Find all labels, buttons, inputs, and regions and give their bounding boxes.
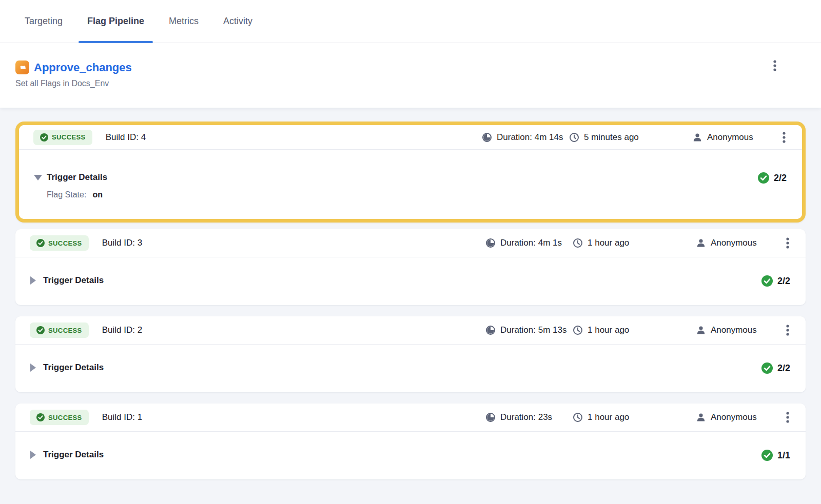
pipeline-build-list: SUCCESS Build ID: 4 Duration: 4m 14s 5 m… [0, 108, 821, 479]
caret-down-icon [34, 175, 42, 180]
build-user: Anonymous [696, 412, 778, 422]
build-id-label: Build ID: 4 [106, 132, 146, 143]
build-id-label: Build ID: 3 [102, 238, 142, 248]
build-meta: Duration: 4m 14s 5 minutes ago Anonymous [482, 128, 794, 147]
page-title[interactable]: Approve_changes [34, 61, 132, 74]
trigger-details-toggle[interactable]: Trigger Details [30, 275, 761, 286]
status-badge: SUCCESS [30, 322, 89, 338]
status-badge: SUCCESS [30, 235, 89, 251]
build-card: SUCCESS Build ID: 1 Duration: 23s 1 hour… [15, 404, 806, 479]
person-icon [696, 412, 706, 422]
build-card: SUCCESS Build ID: 3 Duration: 4m 1s 1 ho… [15, 229, 806, 305]
person-icon [696, 238, 706, 248]
time-ago-label: 1 hour ago [588, 412, 629, 422]
checks-count: 1/1 [777, 450, 790, 461]
trigger-details-label: Trigger Details [43, 275, 104, 286]
trigger-details-toggle[interactable]: Trigger Details [30, 450, 761, 460]
duration: Duration: 4m 14s [482, 132, 569, 143]
duration-label: Duration: 4m 1s [500, 238, 562, 248]
time-ago: 1 hour ago [573, 238, 696, 248]
tab-metrics[interactable]: Metrics [160, 0, 207, 43]
build-meta: Duration: 23s 1 hour ago Anonymous [485, 408, 797, 427]
clock-icon [569, 132, 579, 143]
clock-icon [573, 412, 583, 422]
build-user: Anonymous [696, 325, 778, 335]
time-ago-label: 1 hour ago [588, 238, 629, 248]
duration: Duration: 5m 13s [485, 325, 573, 335]
caret-right-icon [30, 451, 36, 459]
build-card-body: Trigger Details 1/1 [15, 432, 806, 479]
caret-right-icon [30, 276, 36, 285]
build-card: SUCCESS Build ID: 2 Duration: 5m 13s 1 h… [15, 316, 806, 392]
status-label: SUCCESS [48, 239, 82, 247]
build-card-header: SUCCESS Build ID: 2 Duration: 5m 13s 1 h… [15, 316, 806, 345]
user-label: Anonymous [711, 412, 757, 422]
build-card-header: SUCCESS Build ID: 1 Duration: 23s 1 hour… [15, 404, 806, 432]
user-label: Anonymous [711, 325, 757, 335]
person-icon [692, 132, 702, 143]
build-user: Anonymous [696, 238, 778, 248]
success-check-icon [36, 239, 45, 247]
tab-targeting[interactable]: Targeting [16, 0, 71, 43]
checks-count: 2/2 [777, 276, 790, 287]
tab-activity[interactable]: Activity [214, 0, 261, 43]
checks-status: 2/2 [758, 172, 787, 184]
duration: Duration: 4m 1s [485, 238, 573, 248]
flag-state-value: on [92, 190, 103, 199]
highlighted-build-card: SUCCESS Build ID: 4 Duration: 4m 14s 5 m… [15, 122, 806, 223]
flag-project-icon [15, 61, 29, 74]
build-meta: Duration: 4m 1s 1 hour ago Anonymous [485, 233, 797, 253]
time-ago: 5 minutes ago [569, 132, 692, 143]
trigger-details-toggle[interactable]: Trigger Details [34, 172, 758, 183]
build-kebab-menu-icon[interactable] [778, 320, 797, 340]
build-card-header: SUCCESS Build ID: 3 Duration: 4m 1s 1 ho… [15, 229, 806, 257]
pie-timer-icon [485, 412, 496, 422]
pie-timer-icon [482, 132, 492, 143]
duration-label: Duration: 5m 13s [500, 325, 566, 335]
check-circle-icon [761, 362, 773, 374]
build-kebab-menu-icon[interactable] [778, 233, 797, 253]
build-meta: Duration: 5m 13s 1 hour ago Anonymous [485, 320, 797, 340]
status-label: SUCCESS [48, 414, 82, 421]
status-badge: SUCCESS [30, 410, 89, 425]
build-kebab-menu-icon[interactable] [778, 408, 797, 427]
duration-label: Duration: 4m 14s [497, 132, 563, 143]
trigger-details-toggle[interactable]: Trigger Details [30, 362, 761, 373]
success-check-icon [40, 133, 48, 142]
check-circle-icon [758, 172, 769, 184]
page-subtitle: Set all Flags in Docs_Env [15, 79, 806, 88]
tab-bar: Targeting Flag Pipeline Metrics Activity [0, 0, 821, 43]
pie-timer-icon [485, 238, 496, 248]
checks-status: 2/2 [761, 275, 790, 287]
build-card-body: Trigger Details 2/2 [15, 257, 806, 305]
build-card-body: Trigger Details Flag State: on 2/2 [19, 150, 802, 219]
clock-icon [573, 325, 583, 335]
checks-status: 2/2 [761, 362, 790, 374]
checks-count: 2/2 [774, 173, 787, 184]
success-check-icon [36, 413, 45, 421]
flag-state-row: Flag State: on [47, 190, 758, 199]
time-ago-label: 1 hour ago [588, 325, 629, 335]
duration: Duration: 23s [485, 412, 573, 422]
caret-right-icon [30, 364, 36, 372]
build-id-label: Build ID: 2 [102, 325, 142, 335]
status-badge: SUCCESS [33, 130, 92, 145]
status-label: SUCCESS [52, 133, 86, 141]
check-circle-icon [761, 450, 773, 461]
check-circle-icon [761, 275, 773, 287]
checks-status: 1/1 [761, 450, 790, 461]
time-ago-label: 5 minutes ago [584, 132, 639, 143]
build-kebab-menu-icon[interactable] [774, 128, 794, 147]
success-check-icon [36, 326, 45, 334]
build-user: Anonymous [692, 132, 774, 143]
time-ago: 1 hour ago [573, 412, 696, 422]
flag-state-label: Flag State: [47, 190, 86, 199]
header-kebab-menu-icon[interactable] [765, 55, 785, 76]
trigger-details-label: Trigger Details [43, 450, 104, 460]
person-icon [696, 325, 706, 335]
time-ago: 1 hour ago [573, 325, 696, 335]
build-card-header: SUCCESS Build ID: 4 Duration: 4m 14s 5 m… [19, 125, 802, 150]
tab-flag-pipeline[interactable]: Flag Pipeline [79, 0, 153, 43]
trigger-details-label: Trigger Details [43, 362, 104, 373]
build-card: SUCCESS Build ID: 4 Duration: 4m 14s 5 m… [19, 125, 802, 219]
